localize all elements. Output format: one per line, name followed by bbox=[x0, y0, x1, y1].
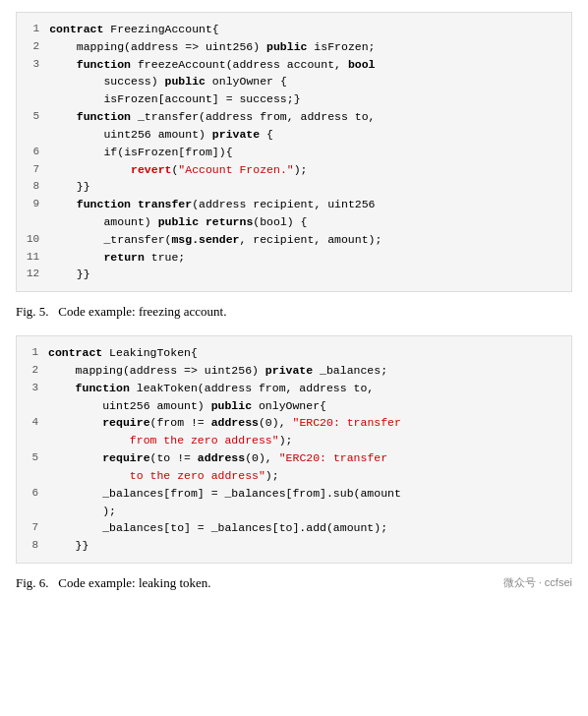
line-number: 12 bbox=[27, 266, 49, 283]
keyword: public bbox=[158, 215, 199, 228]
keyword: function bbox=[77, 198, 131, 210]
line-number: 3 bbox=[27, 56, 49, 108]
figure5-caption: Fig. 5. Code example: freezing account. bbox=[16, 304, 572, 320]
keyword: private bbox=[212, 128, 260, 141]
line-code: _transfer(msg.sender, recipient, amount)… bbox=[49, 231, 561, 249]
caption-label: Fig. 6. bbox=[16, 575, 49, 590]
line-code: require(to != address(0), "ERC20: transf… bbox=[48, 449, 561, 485]
keyword: bool bbox=[348, 58, 376, 71]
line-code: }} bbox=[49, 178, 561, 196]
table-row: 8 }} bbox=[27, 178, 561, 196]
figure6-code: 1 contract LeakingToken{ 2 mapping(addre… bbox=[16, 335, 572, 564]
line-code: return true; bbox=[49, 249, 561, 267]
table-row: 4 require(from != address(0), "ERC20: tr… bbox=[27, 414, 561, 449]
table-row: 9 function transfer(address recipient, u… bbox=[27, 196, 561, 231]
keyword: contract bbox=[48, 346, 102, 359]
keyword: public bbox=[165, 75, 206, 88]
line-code: revert("Account Frozen."); bbox=[49, 161, 561, 179]
keyword: msg.sender bbox=[171, 233, 239, 246]
line-code: contract FreezingAccount{ bbox=[49, 21, 561, 38]
line-number: 3 bbox=[27, 380, 48, 415]
keyword: returns bbox=[206, 215, 253, 228]
keyword: public bbox=[266, 40, 307, 53]
line-number: 2 bbox=[27, 362, 48, 380]
line-code: require(from != address(0), "ERC20: tran… bbox=[48, 414, 561, 449]
line-code: _balances[from] = _balances[from].sub(am… bbox=[48, 485, 561, 520]
figure5-code: 1 contract FreezingAccount{ 2 mapping(ad… bbox=[16, 12, 572, 292]
line-code: function _transfer(address from, address… bbox=[49, 108, 561, 144]
keyword: address bbox=[211, 416, 259, 429]
figure6-caption: Fig. 6. Code example: leaking token. bbox=[16, 575, 211, 591]
table-row: 3 function freezeAccount(address account… bbox=[27, 56, 561, 108]
line-code: mapping(address => uint256) public isFro… bbox=[49, 38, 561, 56]
keyword: contract bbox=[49, 23, 103, 35]
line-number: 7 bbox=[27, 161, 49, 179]
table-row: 5 function _transfer(address from, addre… bbox=[27, 108, 561, 144]
line-code: function transfer(address recipient, uin… bbox=[49, 196, 561, 231]
line-code: function freezeAccount(address account, … bbox=[49, 56, 561, 108]
table-row: 7 _balances[to] = _balances[to].add(amou… bbox=[27, 519, 561, 537]
line-number: 5 bbox=[27, 108, 49, 144]
line-number: 2 bbox=[27, 38, 49, 56]
table-row: 5 require(to != address(0), "ERC20: tran… bbox=[27, 449, 561, 485]
line-number: 7 bbox=[27, 519, 48, 537]
line-code: contract LeakingToken{ bbox=[48, 344, 561, 362]
table-row: 10 _transfer(msg.sender, recipient, amou… bbox=[27, 231, 561, 249]
keyword: address bbox=[198, 451, 245, 464]
line-number: 6 bbox=[27, 485, 48, 520]
line-code: if(isFrozen[from]){ bbox=[49, 144, 561, 161]
line-number: 9 bbox=[27, 196, 49, 231]
keyword-revert: revert bbox=[131, 163, 171, 176]
table-row: 12 }} bbox=[27, 266, 561, 283]
line-code: _balances[to] = _balances[to].add(amount… bbox=[48, 519, 561, 537]
table-row: 11 return true; bbox=[27, 249, 561, 267]
string-literal: "Account Frozen." bbox=[178, 163, 293, 176]
table-row: 2 mapping(address => uint256) private _b… bbox=[27, 362, 561, 380]
line-code: mapping(address => uint256) private _bal… bbox=[48, 362, 561, 380]
keyword: public bbox=[211, 399, 252, 412]
line-code: }} bbox=[49, 266, 561, 283]
table-row: 6 if(isFrozen[from]){ bbox=[27, 144, 561, 161]
line-number: 1 bbox=[27, 344, 48, 362]
keyword: transfer bbox=[138, 198, 192, 210]
table-row: 8 }} bbox=[27, 537, 561, 555]
line-number: 5 bbox=[27, 449, 48, 485]
line-number: 1 bbox=[27, 21, 49, 38]
line-number: 8 bbox=[27, 537, 48, 555]
keyword: require bbox=[102, 451, 149, 464]
table-row: 1 contract FreezingAccount{ bbox=[27, 21, 561, 38]
caption-text: Code example: freezing account. bbox=[58, 304, 226, 319]
keyword: return bbox=[103, 251, 144, 264]
keyword: function bbox=[77, 58, 131, 71]
line-number: 11 bbox=[27, 249, 49, 267]
line-number: 4 bbox=[27, 414, 48, 449]
watermark: 微众号 · ccfsei bbox=[503, 575, 572, 590]
keyword: function bbox=[77, 110, 131, 123]
table-row: 2 mapping(address => uint256) public isF… bbox=[27, 38, 561, 56]
keyword: function bbox=[76, 382, 130, 394]
table-row: 7 revert("Account Frozen."); bbox=[27, 161, 561, 179]
table-row: 3 function leakToken(address from, addre… bbox=[27, 380, 561, 415]
keyword: private bbox=[265, 364, 313, 377]
caption-text: Code example: leaking token. bbox=[58, 575, 210, 590]
keyword: require bbox=[102, 416, 149, 429]
caption-label: Fig. 5. bbox=[16, 304, 49, 319]
line-code: function leakToken(address from, address… bbox=[48, 380, 561, 415]
line-number: 6 bbox=[27, 144, 49, 161]
line-number: 8 bbox=[27, 178, 49, 196]
table-row: 1 contract LeakingToken{ bbox=[27, 344, 561, 362]
line-code: }} bbox=[48, 537, 561, 555]
table-row: 6 _balances[from] = _balances[from].sub(… bbox=[27, 485, 561, 520]
line-number: 10 bbox=[27, 231, 49, 249]
